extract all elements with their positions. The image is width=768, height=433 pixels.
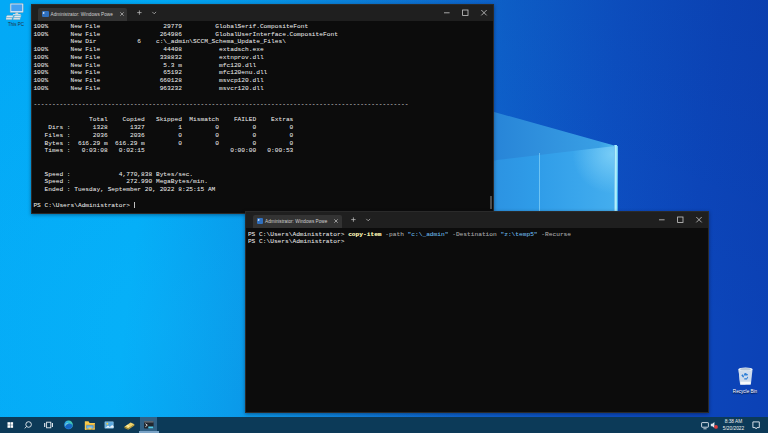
svg-text:8:38 AM: 8:38 AM bbox=[725, 419, 743, 424]
svg-text:5/20/2022: 5/20/2022 bbox=[723, 426, 745, 431]
